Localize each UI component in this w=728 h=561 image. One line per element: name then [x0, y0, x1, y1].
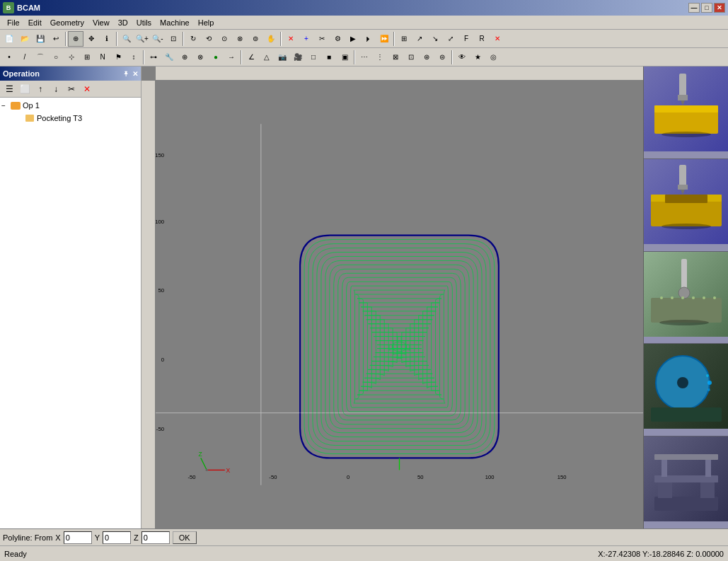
canvas-container[interactable]: Z X -50 -50 0 50 100 150	[141, 66, 643, 528]
menu-edit[interactable]: Edit	[24, 17, 46, 28]
menu-view[interactable]: View	[88, 17, 114, 28]
tb2-sq1[interactable]: □	[306, 50, 321, 65]
y-input[interactable]	[103, 531, 131, 544]
tb2-dot[interactable]: •	[1, 50, 17, 65]
z-input[interactable]	[141, 531, 170, 544]
ok-button[interactable]: OK	[173, 531, 197, 544]
op-tb-down[interactable]: ↓	[48, 81, 64, 97]
close-button[interactable]: ✕	[714, 3, 725, 13]
thumbnail-grinding[interactable]	[644, 344, 728, 436]
tb-move[interactable]: ✥	[83, 31, 99, 47]
menu-file[interactable]: File	[3, 17, 24, 28]
tb2-m1[interactable]: ⋯	[357, 50, 372, 65]
tb-sim3[interactable]: ⏩	[376, 31, 392, 47]
menu-geometry[interactable]: Geometry	[46, 17, 88, 28]
tb-cut[interactable]: ✂	[314, 31, 330, 47]
svg-rect-55	[651, 407, 722, 422]
operation-panel-close[interactable]: ✕	[132, 70, 138, 78]
tb2-sp1[interactable]: ⊕	[177, 50, 192, 65]
tb2-eye[interactable]: 👁	[454, 50, 470, 65]
tb-arr2[interactable]: ↘	[427, 31, 443, 47]
menu-utils[interactable]: Utils	[132, 17, 156, 28]
tb-rot2[interactable]: ⟲	[201, 31, 216, 47]
thumbnail-probe[interactable]	[644, 252, 728, 345]
op-tb-scissors[interactable]: ✂	[64, 81, 79, 97]
tb2-arr[interactable]: →	[224, 50, 239, 65]
op-tb-up[interactable]: ↑	[33, 81, 48, 97]
op-tb-cube[interactable]: ⬜	[17, 81, 33, 97]
menu-help[interactable]: Help	[194, 17, 219, 28]
tb-select[interactable]: ⊕	[68, 31, 83, 47]
tree-op1[interactable]: − Op 1	[1, 99, 139, 112]
thumbnail-milling-flat[interactable]	[644, 66, 728, 159]
tb-zoom-fit[interactable]: ⊡	[166, 31, 181, 47]
menu-machine[interactable]: Machine	[156, 17, 194, 28]
tb-rot4[interactable]: ⊗	[232, 31, 248, 47]
op-tb-delete[interactable]: ✕	[79, 81, 95, 97]
tb-f1[interactable]: F	[458, 31, 474, 47]
tb-arr1[interactable]: ↗	[412, 31, 427, 47]
pocketing-folder-icon	[24, 112, 35, 124]
tb2-green[interactable]: ●	[208, 50, 224, 65]
op-tb-list[interactable]: ☰	[1, 81, 17, 97]
tb-new[interactable]: 📄	[1, 31, 17, 47]
tb2-m3[interactable]: ⊠	[388, 50, 403, 65]
tb-zoom-in[interactable]: 🔍+	[134, 31, 150, 47]
tb2-snap[interactable]: ⊹	[64, 50, 79, 65]
tb-zoom-out[interactable]: 🔍-	[150, 31, 166, 47]
tb2-m5[interactable]: ⊛	[419, 50, 434, 65]
tb2-star[interactable]: ★	[470, 50, 485, 65]
thumbnail-milling-pocket[interactable]	[644, 159, 728, 252]
tb-t1[interactable]: ✕	[490, 31, 505, 47]
tb-delete[interactable]: ✕	[283, 31, 299, 47]
tb2-cam2[interactable]: 🎥	[290, 50, 306, 65]
tb2-dim[interactable]: ↕	[126, 50, 141, 65]
tb2-arc[interactable]: ⌒	[33, 50, 48, 65]
tb2-flag[interactable]: ⚑	[110, 50, 126, 65]
tb-rot3[interactable]: ⊙	[216, 31, 232, 47]
operation-panel-pin[interactable]: 🖈	[122, 70, 129, 78]
tb-pan[interactable]: ✋	[263, 31, 279, 47]
tb2-circle[interactable]: ○	[48, 50, 64, 65]
tb2-line[interactable]: /	[17, 50, 33, 65]
main-viewport-svg: Z X -50 -50 0 50 100 150	[156, 81, 643, 528]
tb2-ref[interactable]: ⊶	[146, 50, 161, 65]
thumbnail-multi-axis[interactable]	[644, 436, 728, 528]
tb-save[interactable]: 💾	[33, 31, 48, 47]
minimize-button[interactable]: —	[688, 3, 700, 13]
tb-info[interactable]: ℹ	[99, 31, 115, 47]
tb2-sp2[interactable]: ⊗	[192, 50, 208, 65]
tb2-cam[interactable]: 📷	[275, 50, 290, 65]
tb-sim1[interactable]: ▶	[345, 31, 361, 47]
tb2-snap2[interactable]: ⊞	[79, 50, 95, 65]
tb-rot1[interactable]: ↻	[185, 31, 201, 47]
tb-arr3[interactable]: ⤢	[443, 31, 458, 47]
maximize-button[interactable]: □	[701, 3, 712, 13]
tb-add[interactable]: +	[299, 31, 314, 47]
tb2-tool[interactable]: 🔧	[161, 50, 177, 65]
tb-sim2[interactable]: ⏵	[361, 31, 376, 47]
tb2-tr1[interactable]: △	[259, 50, 275, 65]
tb-undo[interactable]: ↩	[48, 31, 64, 47]
tb2-sq2[interactable]: ■	[321, 50, 337, 65]
tb-rot5[interactable]: ⊚	[248, 31, 263, 47]
tb-r1[interactable]: R	[474, 31, 490, 47]
x-input[interactable]	[64, 531, 92, 544]
tb-machine[interactable]: ⚙	[330, 31, 345, 47]
tree-pocketing[interactable]: Pocketing T3	[1, 112, 139, 125]
svg-rect-24	[654, 109, 718, 134]
tb-zoom-window[interactable]: 🔍	[119, 31, 134, 47]
tb2-m6[interactable]: ⊜	[434, 50, 450, 65]
main-canvas-area[interactable]: Z X -50 -50 0 50 100 150	[156, 81, 643, 528]
tb2-ang[interactable]: ∠	[243, 50, 259, 65]
tb-grid[interactable]: ⊞	[396, 31, 412, 47]
tb-open[interactable]: 📂	[17, 31, 33, 47]
tree-expand-op1[interactable]: −	[1, 102, 10, 110]
tb2-m2[interactable]: ⋮	[372, 50, 388, 65]
operation-toolbar: ☰ ⬜ ↑ ↓ ✂ ✕	[0, 81, 141, 98]
tb2-m4[interactable]: ⊡	[403, 50, 419, 65]
menu-3d[interactable]: 3D	[114, 17, 132, 28]
tb2-circle2[interactable]: ◎	[485, 50, 501, 65]
tb2-letter[interactable]: N	[95, 50, 110, 65]
tb2-sq3[interactable]: ▣	[337, 50, 352, 65]
